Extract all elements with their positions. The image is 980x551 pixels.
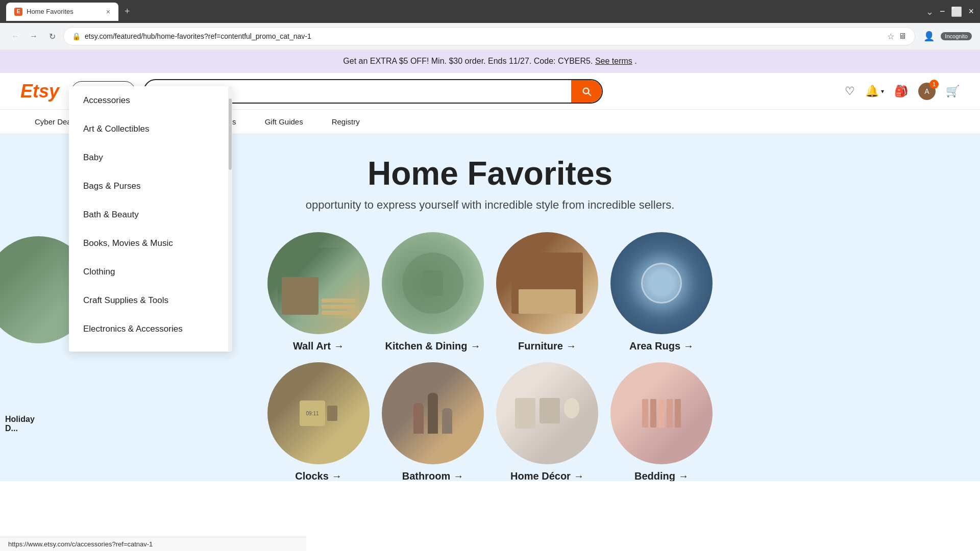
dropdown-item-bath[interactable]: Bath & Beauty (69, 201, 232, 229)
status-url: https://www.etsy.com/c/accessories?ref=c… (8, 540, 153, 548)
bathroom-arrow: → (453, 470, 463, 481)
search-icon (581, 86, 592, 97)
rugs-arrow: → (683, 340, 694, 352)
promo-text: Get an EXTRA $5 OFF! Min. $30 order. End… (343, 57, 593, 65)
dropdown-item-clothing[interactable]: Clothing (69, 258, 232, 286)
decor-text: Home Décor (510, 470, 571, 481)
dropdown-item-electronics[interactable]: Electronics & Accessories (69, 315, 232, 343)
product-bedding[interactable]: Bedding → (610, 362, 713, 481)
bedding-arrow: → (678, 470, 689, 481)
promo-suffix: . (634, 57, 636, 65)
kitchen-label: Kitchen & Dining → (385, 340, 480, 352)
dropdown-item-art[interactable]: Art & Collectibles (69, 115, 232, 143)
profile-icon[interactable]: 👤 (923, 31, 935, 42)
dropdown-item-baby[interactable]: Baby (69, 143, 232, 172)
electronics-label: Electronics & Accessories (83, 324, 183, 334)
status-bar: https://www.etsy.com/c/accessories?ref=c… (0, 537, 306, 551)
product-furniture[interactable]: Furniture → (496, 232, 598, 352)
dropdown-scroll-area[interactable]: Accessories Art & Collectibles Baby Bags… (69, 86, 232, 352)
product-rugs[interactable]: Area Rugs → (610, 232, 713, 352)
wall-art-arrow: → (334, 340, 344, 352)
forward-button[interactable]: → (27, 29, 41, 43)
clocks-arrow: → (332, 470, 342, 481)
promo-link[interactable]: See terms (595, 57, 632, 65)
sell-icon[interactable]: 🎒 (894, 85, 908, 98)
bedding-text: Bedding (634, 470, 675, 481)
tab-title: Home Favorites (27, 8, 102, 15)
craft-label: Craft Supplies & Tools (83, 295, 168, 305)
dropdown-item-bags[interactable]: Bags & Purses (69, 172, 232, 201)
extension-icon[interactable]: 🖥 (898, 32, 906, 41)
heart-icon: ♡ (845, 85, 855, 98)
bag-icon: 🎒 (894, 85, 908, 98)
dropdown-item-books[interactable]: Books, Movies & Music (69, 229, 232, 258)
kitchen-arrow: → (471, 340, 481, 352)
accessories-label: Accessories (83, 95, 130, 105)
bathroom-image (382, 362, 484, 464)
browser-controls: ← → ↻ 🔒 etsy.com/featured/hub/home-favor… (0, 23, 980, 49)
furniture-image (496, 232, 598, 334)
address-bar[interactable]: 🔒 etsy.com/featured/hub/home-favorites?r… (63, 27, 915, 45)
browser-action-icons: 👤 Incognito (923, 31, 972, 42)
bedding-label: Bedding → (634, 470, 689, 481)
etsy-site: Get an EXTRA $5 OFF! Min. $30 order. End… (0, 49, 980, 481)
wall-art-text: Wall Art (293, 340, 331, 352)
clocks-label: Clocks → (295, 470, 342, 481)
address-url: etsy.com/featured/hub/home-favorites?ref… (85, 32, 883, 40)
clocks-image: 09:11 (267, 362, 370, 464)
active-tab[interactable]: E Home Favorites × (6, 3, 118, 21)
search-button[interactable] (571, 80, 602, 103)
decor-label: Home Décor → (510, 470, 584, 481)
dropdown-item-gifts[interactable]: Gifts (69, 343, 232, 352)
dropdown-item-accessories[interactable]: Accessories (69, 86, 232, 115)
nav-item-gift-guides[interactable]: Gift Guides (251, 110, 317, 134)
bath-label: Bath & Beauty (83, 210, 139, 219)
cart-icon-symbol: 🛒 (946, 85, 960, 98)
product-kitchen[interactable]: Kitchen & Dining → (382, 232, 484, 352)
kitchen-image (382, 232, 484, 334)
product-decor[interactable]: Home Décor → (496, 362, 598, 481)
categories-dropdown: Accessories Art & Collectibles Baby Bags… (69, 86, 232, 352)
rugs-text: Area Rugs (629, 340, 680, 352)
clocks-text: Clocks (295, 470, 329, 481)
product-wall-art[interactable]: Wall Art → (267, 232, 370, 352)
clothing-label: Clothing (83, 267, 115, 277)
minimize-button[interactable]: − (940, 6, 945, 17)
favorites-icon[interactable]: ♡ (845, 85, 855, 98)
header-icons: ♡ 🔔 ▾ 🎒 A 1 🛒 (845, 83, 960, 100)
books-label: Books, Movies & Music (83, 238, 173, 248)
incognito-badge: Incognito (941, 32, 972, 40)
dropdown-scrollbar[interactable] (228, 86, 232, 352)
tab-list-button[interactable]: ⌄ (926, 6, 934, 17)
bell-icon: 🔔 (865, 85, 879, 98)
nav-item-registry[interactable]: Registry (317, 110, 374, 134)
promo-banner: Get an EXTRA $5 OFF! Min. $30 order. End… (0, 49, 980, 73)
address-bar-actions: ☆ 🖥 (887, 32, 906, 41)
cart-icon[interactable]: 🛒 (946, 85, 960, 98)
dropdown-item-craft[interactable]: Craft Supplies & Tools (69, 286, 232, 315)
chevron-down-icon: ▾ (881, 88, 884, 95)
art-label: Art & Collectibles (83, 124, 149, 134)
etsy-logo[interactable]: Etsy (20, 81, 59, 102)
dropdown-scrollbar-thumb (229, 98, 232, 170)
tab-close-button[interactable]: × (106, 8, 110, 16)
decor-arrow: → (574, 470, 584, 481)
decor-image (496, 362, 598, 464)
product-bathroom[interactable]: Bathroom → (382, 362, 484, 481)
bookmark-icon[interactable]: ☆ (887, 32, 894, 41)
rugs-label: Area Rugs → (629, 340, 694, 352)
wall-art-image (267, 232, 370, 334)
bathroom-label: Bathroom → (402, 470, 463, 481)
wall-art-label: Wall Art → (293, 340, 344, 352)
notifications-icon[interactable]: 🔔 ▾ (865, 85, 884, 98)
furniture-label: Furniture → (518, 340, 576, 352)
new-tab-button[interactable]: + (125, 6, 130, 17)
maximize-button[interactable]: ⬜ (951, 6, 962, 17)
product-clocks[interactable]: 09:11 Clocks → (267, 362, 370, 481)
furniture-text: Furniture (518, 340, 563, 352)
window-close-button[interactable]: × (968, 6, 974, 17)
back-button[interactable]: ← (8, 29, 22, 43)
lock-icon: 🔒 (72, 32, 81, 40)
refresh-button[interactable]: ↻ (45, 29, 59, 43)
profile-avatar[interactable]: A 1 (918, 83, 936, 100)
